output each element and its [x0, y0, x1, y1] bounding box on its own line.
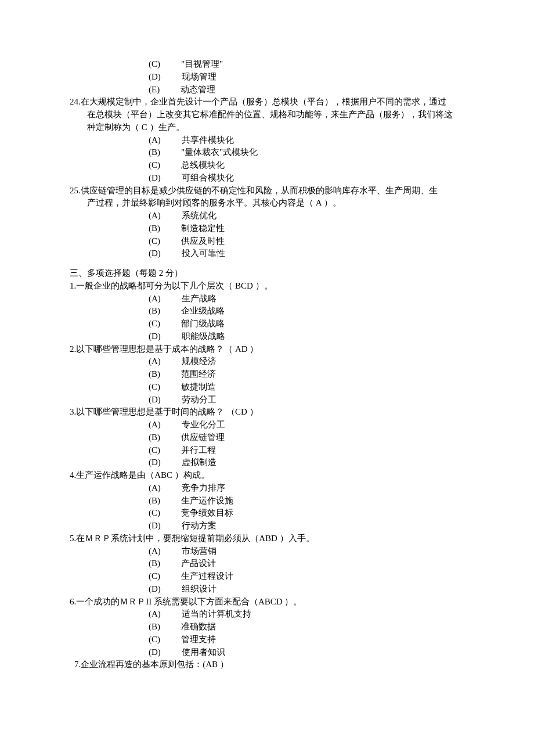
option-text: 管理支持 [160, 633, 216, 646]
option-row: (A)系统优化 [70, 210, 464, 222]
option-letter: (C) [149, 633, 160, 646]
option-letter: (D) [149, 583, 161, 596]
question-24: 24.在大规模定制中，企业首先设计一个产品（服务）总模块（平台），根据用户不同的… [70, 96, 464, 184]
question-stem: 25.供应链管理的目标是减少供应链的不确定性和风险，从而积极的影响库存水平、生产… [70, 185, 464, 197]
option-row: (B)生产运作设施 [70, 495, 464, 507]
option-letter: (C) [149, 58, 160, 71]
option-row: (C)"目视管理" [70, 58, 464, 71]
option-text: 投入可靠性 [161, 247, 225, 260]
question-m2: 2.以下哪些管理思想是基于成本的战略？（ AD ）(A)规模经济(B)范围经济(… [70, 343, 464, 406]
question-23-options-tail: (C)"目视管理" (D)现场管理 (E)动态管理 [70, 58, 464, 96]
option-letter: (D) [149, 247, 161, 260]
option-text: 可组合模块化 [161, 172, 234, 185]
option-text: 动态管理 [160, 84, 215, 96]
option-letter: (A) [149, 419, 161, 431]
option-text: 虚拟制造 [161, 456, 217, 469]
option-row: (D)职能级战略 [70, 330, 464, 343]
option-row: (C)管理支持 [70, 633, 464, 646]
option-letter: (A) [149, 608, 161, 621]
stem-line: 在大规模定制中，企业首先设计一个产品（服务）总模块（平台），根据用户不同的需求，… [81, 97, 446, 106]
stem-line: 生产运作战略是由（ABC ）构成。 [76, 470, 210, 480]
stem-line: 在总模块（平台）上改变其它标准配件的位置、规格和功能等，来生产产品（服务），我们… [70, 109, 464, 121]
stem-line: 供应链管理的目标是减少供应链的不确定性和风险，从而积极的影响库存水平、生产周期、… [81, 186, 438, 195]
question-m1: 1.一般企业的战略都可分为以下几个层次（ BCD ）。(A)生产战略(B)企业级… [70, 280, 464, 343]
option-row: (A)专业化分工 [70, 419, 464, 431]
option-text: 生产战略 [161, 293, 217, 305]
option-letter: (A) [149, 355, 161, 368]
question-number: 24. [70, 97, 81, 106]
question-stem: 4.生产运作战略是由（ABC ）构成。 [70, 469, 464, 482]
question-stem: 24.在大规模定制中，企业首先设计一个产品（服务）总模块（平台），根据用户不同的… [70, 96, 464, 109]
option-row: (A)竞争力排序 [70, 482, 464, 495]
option-text: 并行工程 [160, 444, 216, 457]
option-text: "目视管理" [160, 58, 223, 71]
option-text: 适当的计算机支持 [161, 608, 251, 621]
option-letter: (A) [149, 134, 161, 147]
option-letter: (E) [149, 84, 160, 96]
option-row: (A)共享件模块化 [70, 134, 464, 147]
option-row: (D)投入可靠性 [70, 247, 464, 260]
option-letter: (C) [149, 507, 160, 520]
stem-line: 以下哪些管理思想是基于时间的战略？ （CD ） [76, 407, 258, 416]
option-row: (C)竞争绩效目标 [70, 507, 464, 520]
option-text: 生产过程设计 [160, 570, 233, 583]
stem-line: 在ＭＲＰ系统计划中，要想缩短提前期必须从（ABD ）入手。 [76, 534, 314, 543]
question-stem: 5.在ＭＲＰ系统计划中，要想缩短提前期必须从（ABD ）入手。 [70, 532, 464, 545]
question-stem: 3.以下哪些管理思想是基于时间的战略？ （CD ） [70, 406, 464, 419]
option-text: 组织设计 [161, 583, 217, 596]
option-letter: (A) [149, 482, 161, 495]
option-letter: (D) [149, 71, 161, 84]
option-text: 准确数据 [160, 621, 216, 633]
question-m4: 4.生产运作战略是由（ABC ）构成。(A)竞争力排序(B)生产运作设施(C)竞… [70, 469, 464, 532]
option-text: "量体裁衣"式模块化 [160, 146, 258, 159]
option-text: 供应及时性 [160, 235, 225, 248]
option-text: 规模经济 [161, 355, 217, 368]
option-row: (B)企业级战略 [70, 305, 464, 318]
option-letter: (D) [149, 520, 161, 532]
option-text: 竞争绩效目标 [160, 507, 233, 520]
question-number: 4. [70, 470, 76, 480]
option-row: (C)敏捷制造 [70, 381, 464, 394]
option-text: 现场管理 [161, 71, 217, 84]
option-letter: (B) [149, 557, 160, 570]
option-text: 总线模块化 [160, 159, 225, 172]
option-text: 专业化分工 [161, 419, 225, 431]
option-row: (C)总线模块化 [70, 159, 464, 172]
question-number: 5. [70, 534, 76, 543]
question-number: 1. [70, 281, 76, 290]
option-text: 范围经济 [160, 368, 216, 381]
option-letter: (A) [149, 545, 161, 558]
option-row: (B)"量体裁衣"式模块化 [70, 146, 464, 159]
question-m7: 7.企业流程再造的基本原则包括：(AB ） [70, 658, 464, 671]
option-row: (C)并行工程 [70, 444, 464, 457]
option-text: 系统优化 [161, 210, 217, 222]
question-m5: 5.在ＭＲＰ系统计划中，要想缩短提前期必须从（ABD ）入手。(A)市场营销(B… [70, 532, 464, 596]
option-row: (B)产品设计 [70, 557, 464, 570]
option-letter: (A) [149, 293, 161, 305]
option-text: 竞争力排序 [161, 482, 225, 495]
stem-line: 企业流程再造的基本原则包括：(AB ） [81, 660, 229, 669]
stem-line: 以下哪些管理思想是基于成本的战略？（ AD ） [76, 344, 258, 354]
option-letter: (B) [149, 305, 160, 318]
question-number: 6. [70, 597, 76, 606]
option-letter: (C) [149, 159, 160, 172]
option-row: (B)范围经济 [70, 368, 464, 381]
option-text: 企业级战略 [160, 305, 225, 318]
question-number: 3. [70, 407, 76, 416]
question-m3: 3.以下哪些管理思想是基于时间的战略？ （CD ）(A)专业化分工(B)供应链管… [70, 406, 464, 469]
stem-line: 一般企业的战略都可分为以下几个层次（ BCD ）。 [76, 281, 272, 290]
option-letter: (D) [149, 646, 161, 659]
option-row: (D)组织设计 [70, 583, 464, 596]
option-text: 敏捷制造 [160, 381, 216, 394]
option-letter: (D) [149, 394, 161, 406]
option-letter: (C) [149, 235, 160, 248]
option-text: 制造稳定性 [160, 222, 225, 235]
option-letter: (D) [149, 456, 161, 469]
option-text: 行动方案 [161, 520, 217, 532]
question-25: 25.供应链管理的目标是减少供应链的不确定性和风险，从而积极的影响库存水平、生产… [70, 185, 464, 261]
option-row: (B)准确数据 [70, 621, 464, 633]
section-3-title: 三、多项选择题（每题 2 分） [70, 267, 464, 280]
question-number: 25. [70, 186, 81, 195]
option-row: (D)现场管理 [70, 71, 464, 84]
option-letter: (D) [149, 330, 161, 343]
